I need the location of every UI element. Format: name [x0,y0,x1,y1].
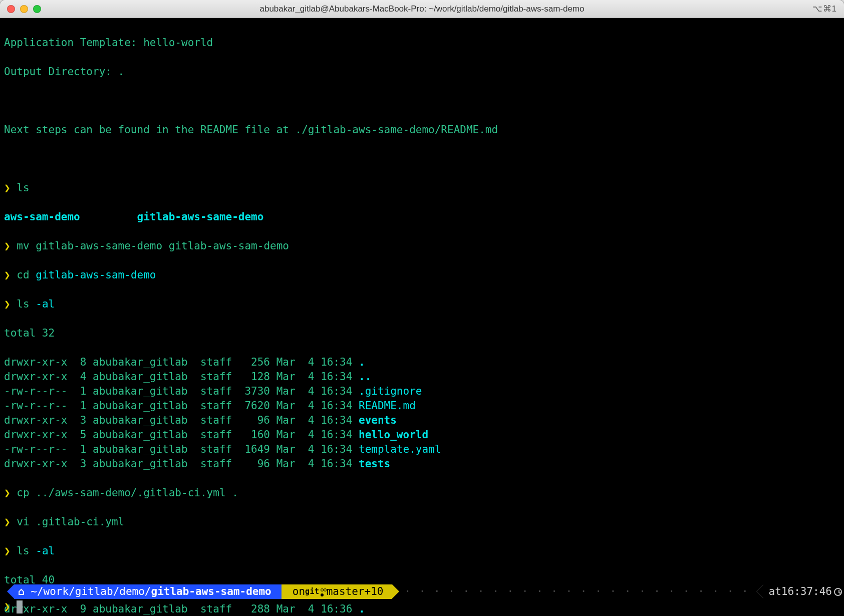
file-name: tests [359,458,390,470]
output-line [4,94,840,108]
output-line: Next steps can be found in the README fi… [4,123,840,137]
listing-row: -rw-r--r-- 1 abubakar_gitlab staff 7620 … [4,399,840,413]
status-bar: ⌂ ~/work/gitlab/demo/gitlab-aws-sam-demo… [0,584,844,599]
status-time-segment: at 16:37:46 [764,584,844,599]
file-name: events [359,414,397,426]
maximize-icon[interactable] [33,5,41,13]
listing-row: drwxr-xr-x 8 abubakar_gitlab staff 256 M… [4,355,840,370]
close-icon[interactable] [7,5,15,13]
command-line: ❯ cd gitlab-aws-sam-demo [4,268,840,282]
titlebar: abubakar_gitlab@Abubakars-MacBook-Pro: ~… [0,0,844,18]
prompt-icon: ❯ [4,599,11,614]
prompt-line[interactable]: ❯ [4,599,840,614]
prompt-icon: ❯ [4,182,17,194]
branch-icon [320,587,327,596]
listing-row: drwxr-xr-x 3 abubakar_gitlab staff 96 Ma… [4,413,840,428]
listing-row: drwxr-xr-x 3 abubakar_gitlab staff 96 Ma… [4,457,840,471]
listing-row: drwxr-xr-x 5 abubakar_gitlab staff 160 M… [4,428,840,442]
listing-row: -rw-r--r-- 1 abubakar_gitlab staff 3730 … [4,384,840,399]
command-line: ❯ ls [4,181,840,195]
status-path-segment: ⌂ ~/work/gitlab/demo/gitlab-aws-sam-demo [14,584,282,599]
command-line: ❯ mv gitlab-aws-same-demo gitlab-aws-sam… [4,239,840,253]
output-line: Application Template: hello-world [4,36,840,50]
output-line [4,152,840,166]
file-name: .gitignore [359,385,422,397]
file-name: template.yaml [359,443,441,455]
titlebar-shortcut: ⌥⌘1 [812,4,844,14]
command-line: ❯ ls -al [4,544,840,558]
listing-row: -rw-r--r-- 1 abubakar_gitlab staff 1649 … [4,442,840,457]
file-name: hello_world [359,429,428,441]
output-line: Output Directory: . [4,65,840,79]
output-line: aws-sam-demo gitlab-aws-same-demo [4,210,840,224]
file-name: . [359,356,365,368]
status-filler: · · · · · · · · · · · · · · · · · · · · … [392,584,763,599]
file-name: README.md [359,400,416,412]
command-line: ❯ ls -al [4,297,840,312]
command-line: ❯ vi .gitlab-ci.yml [4,515,840,529]
clock-icon [834,588,842,596]
file-name: .. [359,371,371,383]
minimize-icon[interactable] [20,5,28,13]
output-line: total 32 [4,326,840,341]
command-line: ❯ cp ../aws-sam-demo/.gitlab-ci.yml . [4,486,840,500]
cursor-icon [17,600,23,613]
terminal-body[interactable]: Application Template: hello-world Output… [0,18,844,616]
window-controls [0,5,41,13]
home-icon: ⌂ [18,584,31,599]
git-text-icon: git [305,584,320,599]
terminal-window: abubakar_gitlab@Abubakars-MacBook-Pro: ~… [0,0,844,616]
status-git-segment: on git master +10 [282,584,393,599]
window-title: abubakar_gitlab@Abubakars-MacBook-Pro: ~… [0,4,844,14]
listing-row: drwxr-xr-x 4 abubakar_gitlab staff 128 M… [4,370,840,384]
